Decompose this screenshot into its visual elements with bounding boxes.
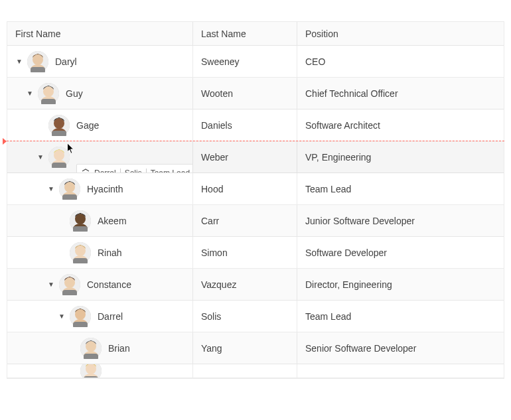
svg-rect-22 [62,194,77,200]
svg-rect-42 [84,354,98,359]
avatar [80,338,102,359]
toggle-spacer [33,117,48,133]
first-name-text: Hyacinth [87,184,192,194]
avatar [27,51,48,72]
last-name-text: Simon [193,247,297,258]
table-row[interactable]: AkeemCarrJunior Software Developer [7,205,504,237]
col-first-name[interactable]: First Name [7,29,192,39]
svg-rect-3 [31,67,45,72]
avatar [70,210,91,232]
avatar [48,115,70,136]
svg-rect-34 [62,290,77,295]
first-name-text: Rinah [98,247,192,258]
treelist-wrap: First Name Last Name Position ▼DarylSwee… [0,0,511,420]
first-name-text: Darrel [98,311,192,322]
position-text: Director, Engineering [297,279,504,290]
drag-hint-last: Solis [125,169,142,174]
position-text: Senior Software Developer [297,343,504,354]
drop-indicator-line [7,141,504,141]
drag-hint: DarrelSolisTeam Lead [76,164,193,174]
svg-rect-26 [73,226,88,232]
collapse-icon[interactable]: ▼ [11,54,27,70]
last-name-text: Vazquez [193,279,297,290]
svg-rect-38 [73,322,88,327]
first-name-text: Brian [108,343,192,354]
toggle-spacer [64,340,80,356]
drag-hint-first: Darrel [94,169,116,174]
table-row[interactable]: ▼DarylSweeneyCEO [7,46,504,78]
insert-above-icon [81,169,90,174]
collapse-icon[interactable]: ▼ [43,277,59,293]
collapse-icon[interactable]: ▼ [33,149,48,165]
header-row: First Name Last Name Position [7,22,504,46]
table-row[interactable] [7,364,504,378]
svg-rect-7 [41,99,56,104]
last-name-text: Yang [193,343,297,354]
last-name-text: Weber [193,152,297,163]
table-row[interactable]: GageDanielsSoftware Architect [7,109,504,141]
toggle-spacer [64,364,80,378]
table-row[interactable]: BrianYangSenior Software Developer [7,332,504,364]
drag-hint-pos: Team Lead [151,169,190,174]
avatar [59,274,80,295]
avatar [48,147,70,168]
last-name-text: Daniels [193,120,297,131]
avatar [38,83,59,104]
position-text: VP, Engineering [297,152,504,163]
last-name-text: Carr [193,216,297,226]
avatar [80,364,102,378]
table-row[interactable]: ▼HyacinthHoodTeam Lead [7,173,504,205]
toggle-spacer [54,245,70,261]
avatar [70,242,91,263]
table-row[interactable]: RinahSimonSoftware Developer [7,237,504,269]
position-text: CEO [297,56,504,67]
avatar [59,178,80,200]
collapse-icon[interactable]: ▼ [22,86,38,102]
table-row[interactable]: ▼DarrelSolisTeam LeadWeberVP, Engineerin… [7,141,504,173]
toggle-spacer [54,213,70,229]
avatar [70,306,91,327]
first-name-text: Gage [76,120,192,131]
last-name-text: Hood [193,184,297,194]
svg-rect-30 [73,258,88,263]
position-text: Junior Software Developer [297,216,504,226]
table-row[interactable]: ▼DarrelSolisTeam Lead [7,301,504,332]
position-text: Chief Technical Officer [297,88,504,99]
last-name-text: Sweeney [193,56,297,67]
position-text: Software Architect [297,120,504,131]
svg-rect-11 [52,131,66,136]
col-position[interactable]: Position [297,29,504,39]
first-name-text: Guy [66,88,192,99]
first-name-text: Daryl [55,56,192,67]
last-name-text: Wooten [193,88,297,99]
treelist: First Name Last Name Position ▼DarylSwee… [7,21,504,379]
svg-rect-15 [52,163,66,168]
collapse-icon[interactable]: ▼ [43,181,59,197]
collapse-icon[interactable]: ▼ [54,309,70,324]
position-text: Team Lead [297,311,504,322]
first-name-text: Akeem [98,216,192,226]
first-name-text: Constance [87,279,192,290]
position-text: Team Lead [297,184,504,194]
svg-rect-46 [84,376,98,378]
last-name-text: Solis [193,311,297,322]
table-row[interactable]: ▼GuyWootenChief Technical Officer [7,78,504,109]
col-last-name[interactable]: Last Name [193,29,297,39]
position-text: Software Developer [297,247,504,258]
table-row[interactable]: ▼ConstanceVazquezDirector, Engineering [7,269,504,301]
